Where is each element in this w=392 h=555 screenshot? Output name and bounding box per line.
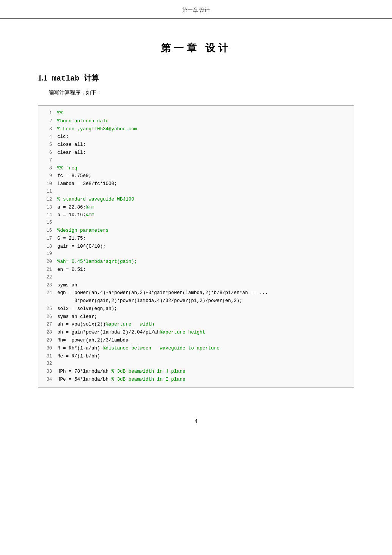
code-comment: %mm	[86, 204, 94, 212]
line-number: 34	[41, 376, 52, 384]
code-text: R = Rh*(1-a/ah)	[57, 345, 103, 353]
line-number: 2	[41, 118, 52, 125]
line-number: 33	[41, 368, 52, 376]
line-number: 25	[41, 305, 52, 313]
code-line: 30R = Rh*(1-a/ah) %distance between wave…	[41, 345, 348, 353]
line-number: 23	[41, 282, 52, 289]
code-text: en = 0.51;	[57, 266, 86, 274]
code-comment: %aperture height	[160, 329, 205, 337]
code-line: 18gain = 10^(G/10);	[41, 243, 348, 251]
page-footer: 4	[0, 411, 392, 432]
line-number: 14	[41, 212, 52, 219]
code-text: bh = gain*power(lambda,2)/2.04/pi/ah	[57, 329, 160, 337]
line-number: 9	[41, 172, 52, 180]
code-line: 28bh = gain*power(lambda,2)/2.04/pi/ah%a…	[41, 329, 348, 337]
code-line: 19	[41, 250, 348, 258]
code-line: 33HPh = 78*lambda/ah % 3dB beamwidth in …	[41, 368, 348, 376]
line-number: 28	[41, 329, 52, 337]
code-text: close all;	[57, 141, 86, 149]
line-number: 16	[41, 227, 52, 235]
code-line: 27ah = vpa(solx(2))%aperture width	[41, 321, 348, 329]
code-line: 12% standard waveguide WBJ100	[41, 196, 348, 204]
code-text: lambda = 3e8/fc*1000;	[57, 180, 117, 188]
code-line: 14b = 10.16;%mm	[41, 211, 348, 219]
code-text: a = 22.86;	[57, 204, 86, 212]
code-text: syms ah clear;	[57, 313, 97, 321]
code-line: 11	[41, 188, 348, 196]
line-number: 29	[41, 337, 52, 345]
code-text: eqn = power(ah,4)-a*power(ah,3)+3*gain*p…	[57, 289, 268, 297]
page-number: 4	[195, 418, 197, 424]
code-line: 26syms ah clear;	[41, 313, 348, 321]
code-text: clear all;	[57, 149, 86, 157]
section-heading: 1.1 matlab 计算	[38, 73, 354, 83]
code-comment: %%	[57, 109, 63, 117]
code-line: 20%ah= 0.45*lambda*sqrt(gain);	[41, 258, 348, 266]
section-title-zh: 计算	[84, 73, 99, 83]
code-comment: %distance between waveguide to aperture	[103, 345, 220, 353]
code-line: 24eqn = power(ah,4)-a*power(ah,3)+3*gain…	[41, 289, 348, 297]
code-line: 31Re = R/(1-b/bh)	[41, 353, 348, 361]
code-text: HPe = 54*lambda/bh	[57, 376, 112, 384]
line-number: 32	[41, 360, 52, 368]
code-comment: % 3dB beamwidth in H plane	[112, 368, 186, 376]
code-line: 8%% freq	[41, 164, 348, 172]
line-number: 31	[41, 353, 52, 361]
line-number: 30	[41, 345, 52, 353]
code-line: 1%%	[41, 109, 348, 117]
section-number: 1.1	[38, 74, 47, 82]
code-line: 16%design parameters	[41, 227, 348, 235]
code-text: solx = solve(eqn,ah);	[57, 305, 117, 313]
section-title-en: matlab	[52, 74, 79, 83]
main-content: 第一章 设计 1.1 matlab 计算 编写计算程序，如下： 1%%2%hor…	[0, 19, 392, 411]
code-line: 4clc;	[41, 133, 348, 141]
line-number: 22	[41, 274, 52, 281]
code-line: 3*power(gain,2)*power(lambda,4)/32/power…	[41, 297, 348, 305]
line-number: 3	[41, 126, 52, 133]
code-line: 25solx = solve(eqn,ah);	[41, 305, 348, 313]
line-number: 12	[41, 196, 52, 204]
code-text: gain = 10^(G/10);	[57, 243, 106, 251]
code-comment: %design parameters	[57, 227, 109, 235]
line-number: 19	[41, 250, 52, 258]
line-number: 24	[41, 289, 52, 297]
code-text: ah = vpa(solx(2))	[57, 321, 106, 329]
line-number: 1	[41, 110, 52, 117]
line-number: 21	[41, 266, 52, 274]
line-number: 5	[41, 141, 52, 149]
code-line: 21en = 0.51;	[41, 266, 348, 274]
code-text: G = 21.75;	[57, 235, 86, 243]
code-line: 3% Leon ,yangli0534@yahoo.com	[41, 125, 348, 133]
code-line: 32	[41, 360, 348, 368]
code-line: 10lambda = 3e8/fc*1000;	[41, 180, 348, 188]
code-line: 2%horn antenna calc	[41, 117, 348, 125]
line-number: 18	[41, 243, 52, 251]
code-text: clc;	[57, 133, 69, 141]
code-text: Re = R/(1-b/bh)	[57, 353, 100, 361]
code-comment: %horn antenna calc	[57, 117, 109, 125]
code-comment: % 3dB beamwidth in E plane	[112, 376, 186, 384]
line-number: 27	[41, 321, 52, 329]
line-number: 13	[41, 204, 52, 212]
code-block: 1%%2%horn antenna calc3% Leon ,yangli053…	[38, 105, 354, 388]
line-number: 26	[41, 313, 52, 321]
line-number: 11	[41, 188, 52, 196]
code-text: b = 10.16;	[57, 211, 86, 219]
code-comment: %ah= 0.45*lambda*sqrt(gain);	[57, 258, 137, 266]
code-comment: %mm	[86, 211, 94, 219]
intro-text: 编写计算程序，如下：	[38, 89, 354, 96]
code-comment: %aperture width	[106, 321, 154, 329]
code-text: fc = 8.75e9;	[57, 172, 91, 180]
line-number: 10	[41, 180, 52, 188]
page-header: 第一章 设计	[0, 0, 392, 19]
code-comment: % standard waveguide WBJ100	[57, 196, 134, 204]
line-number: 20	[41, 258, 52, 266]
code-line: 7	[41, 157, 348, 164]
code-text: Rh= power(ah,2)/3/lambda	[57, 337, 129, 345]
line-number: 6	[41, 149, 52, 157]
line-number: 8	[41, 165, 52, 172]
line-number: 17	[41, 235, 52, 243]
code-line: 34HPe = 54*lambda/bh % 3dB beamwidth in …	[41, 376, 348, 384]
code-line: 23syms ah	[41, 281, 348, 289]
line-number: 4	[41, 133, 52, 141]
